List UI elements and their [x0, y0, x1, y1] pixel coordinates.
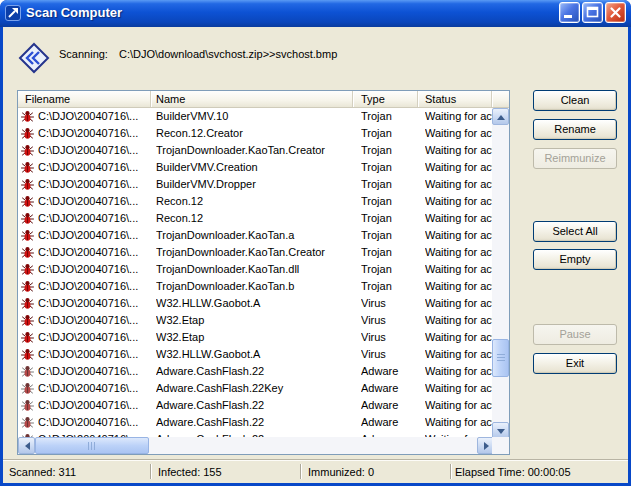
- table-row[interactable]: C:\DJO\20040716\...TrojanDownloader.KaoT…: [18, 278, 492, 295]
- virus-bug-icon: [21, 280, 35, 293]
- adware-bug-icon: [21, 365, 35, 378]
- cell-type: Adware: [361, 380, 416, 397]
- statusbar: Scanned: 311 Infected: 155 Immunized: 0 …: [3, 459, 628, 483]
- cell-type: Virus: [361, 295, 416, 312]
- cell-filename: C:\DJO\20040716\...: [38, 380, 149, 397]
- cell-name: TrojanDownloader.KaoTan.dll: [156, 261, 351, 278]
- cell-status: Waiting for actio...: [425, 312, 492, 329]
- table-row[interactable]: C:\DJO\20040716\...BuilderVMV.CreationTr…: [18, 159, 492, 176]
- cell-type: Virus: [361, 312, 416, 329]
- window-title: Scan Computer: [26, 5, 557, 20]
- scan-diamond-icon: [18, 42, 50, 74]
- cell-filename: C:\DJO\20040716\...: [38, 176, 149, 193]
- pause-button: Pause: [533, 324, 617, 345]
- cell-name: W32.HLLW.Gaobot.A: [156, 346, 351, 363]
- virus-bug-icon: [21, 246, 35, 259]
- cell-status: Waiting for actio...: [425, 380, 492, 397]
- results-listview: Filename Name Type Status C:\DJO\2004071…: [17, 90, 510, 455]
- cell-name: Recon.12.Creator: [156, 125, 351, 142]
- cell-name: BuilderVMV.Dropper: [156, 176, 351, 193]
- cell-status: Waiting for actio...: [425, 142, 492, 159]
- cell-name: Recon.12: [156, 193, 351, 210]
- infected-count: Infected: 155: [158, 460, 222, 484]
- virus-bug-icon: [21, 348, 35, 361]
- titlebar[interactable]: Scan Computer: [0, 0, 631, 27]
- immunized-count: Immunized: 0: [308, 460, 374, 484]
- cell-name: BuilderVMV.Creation: [156, 159, 351, 176]
- cell-name: Adware.CashFlash.22Key: [156, 380, 351, 397]
- cell-status: Waiting for actio...: [425, 295, 492, 312]
- virus-bug-icon: [21, 229, 35, 242]
- cell-status: Waiting for actio...: [425, 397, 492, 414]
- virus-bug-icon: [21, 263, 35, 276]
- elapsed-time: Elapsed Time: 00:00:05: [455, 460, 571, 484]
- adware-bug-icon: [21, 382, 35, 395]
- table-row[interactable]: C:\DJO\20040716\...TrojanDownloader.KaoT…: [18, 227, 492, 244]
- cell-name: W32.Etap: [156, 312, 351, 329]
- table-row[interactable]: C:\DJO\20040716\...Adware.CashFlash.22Ke…: [18, 380, 492, 397]
- table-row[interactable]: C:\DJO\20040716\...Recon.12TrojanWaiting…: [18, 193, 492, 210]
- empty-button[interactable]: Empty: [533, 249, 617, 270]
- table-row[interactable]: C:\DJO\20040716\...TrojanDownloader.KaoT…: [18, 142, 492, 159]
- table-row[interactable]: C:\DJO\20040716\...TrojanDownloader.KaoT…: [18, 244, 492, 261]
- rename-button[interactable]: Rename: [533, 119, 617, 140]
- column-header-type[interactable]: Type: [353, 91, 418, 107]
- cell-filename: C:\DJO\20040716\...: [38, 193, 149, 210]
- cell-filename: C:\DJO\20040716\...: [38, 125, 149, 142]
- cell-type: Trojan: [361, 193, 416, 210]
- horizontal-scroll-thumb[interactable]: [35, 437, 149, 454]
- cell-name: Adware.CashFlash.22: [156, 397, 351, 414]
- scanning-path: C:\DJO\download\svchost.zip>>svchost.bmp: [119, 48, 337, 60]
- scroll-left-icon[interactable]: [18, 437, 35, 454]
- table-row[interactable]: C:\DJO\20040716\...Adware.CashFlash.22Ad…: [18, 397, 492, 414]
- table-row[interactable]: C:\DJO\20040716\...W32.HLLW.Gaobot.AViru…: [18, 346, 492, 363]
- cell-status: Waiting for actio...: [425, 176, 492, 193]
- cell-type: Adware: [361, 414, 416, 431]
- table-row[interactable]: C:\DJO\20040716\...W32.EtapVirusWaiting …: [18, 329, 492, 346]
- select-all-button[interactable]: Select All: [533, 221, 617, 242]
- minimize-button[interactable]: [559, 2, 580, 23]
- close-button[interactable]: [605, 2, 626, 23]
- cell-filename: C:\DJO\20040716\...: [38, 210, 149, 227]
- table-row[interactable]: C:\DJO\20040716\...Adware.CashFlash.22Ad…: [18, 414, 492, 431]
- statusbar-separator: [300, 464, 302, 479]
- table-row[interactable]: C:\DJO\20040716\...W32.HLLW.Gaobot.AViru…: [18, 295, 492, 312]
- virus-bug-icon: [21, 161, 35, 174]
- vertical-scroll-thumb[interactable]: [492, 339, 509, 377]
- cell-filename: C:\DJO\20040716\...: [38, 346, 149, 363]
- table-row[interactable]: C:\DJO\20040716\...BuilderVMV.DropperTro…: [18, 176, 492, 193]
- table-row[interactable]: C:\DJO\20040716\...Recon.12TrojanWaiting…: [18, 210, 492, 227]
- scroll-up-icon[interactable]: [492, 108, 509, 125]
- cell-filename: C:\DJO\20040716\...: [38, 159, 149, 176]
- virus-bug-icon: [21, 314, 35, 327]
- table-row[interactable]: C:\DJO\20040716\...TrojanDownloader.KaoT…: [18, 261, 492, 278]
- column-header-status[interactable]: Status: [418, 91, 492, 107]
- column-header-filename[interactable]: Filename: [18, 91, 151, 107]
- cell-type: Trojan: [361, 125, 416, 142]
- cell-name: Recon.12: [156, 210, 351, 227]
- cell-name: W32.HLLW.Gaobot.A: [156, 295, 351, 312]
- table-row[interactable]: C:\DJO\20040716\...Adware.CashFlash.22Ad…: [18, 363, 492, 380]
- table-row[interactable]: C:\DJO\20040716\...BuilderVMV.10TrojanWa…: [18, 108, 492, 125]
- cell-filename: C:\DJO\20040716\...: [38, 261, 149, 278]
- vertical-scrollbar[interactable]: [492, 108, 509, 439]
- exit-button[interactable]: Exit: [533, 353, 617, 374]
- table-row[interactable]: C:\DJO\20040716\...Recon.12.CreatorTroja…: [18, 125, 492, 142]
- cell-type: Trojan: [361, 244, 416, 261]
- cell-type: Virus: [361, 346, 416, 363]
- virus-bug-icon: [21, 331, 35, 344]
- cell-type: Adware: [361, 363, 416, 380]
- cell-filename: C:\DJO\20040716\...: [38, 227, 149, 244]
- cell-name: BuilderVMV.10: [156, 108, 351, 125]
- cell-filename: C:\DJO\20040716\...: [38, 312, 149, 329]
- list-rows: C:\DJO\20040716\...BuilderVMV.10TrojanWa…: [18, 108, 492, 439]
- column-header-name[interactable]: Name: [151, 91, 353, 107]
- table-row[interactable]: C:\DJO\20040716\...W32.EtapVirusWaiting …: [18, 312, 492, 329]
- horizontal-scrollbar[interactable]: [18, 437, 494, 454]
- virus-bug-icon: [21, 127, 35, 140]
- cell-type: Trojan: [361, 227, 416, 244]
- clean-button[interactable]: Clean: [533, 90, 617, 111]
- maximize-button[interactable]: [582, 2, 603, 23]
- statusbar-separator: [450, 464, 452, 479]
- cell-status: Waiting for actio...: [425, 125, 492, 142]
